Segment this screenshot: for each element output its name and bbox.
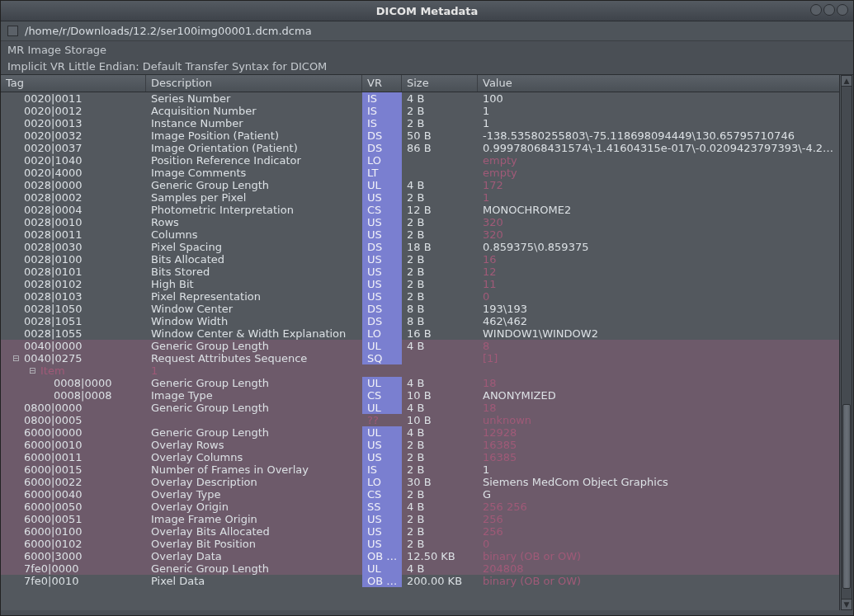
cell-description: High Bit bbox=[146, 278, 362, 290]
col-description[interactable]: Description bbox=[146, 75, 362, 92]
tag-text: 0020|0037 bbox=[24, 142, 83, 154]
cell-size bbox=[402, 167, 478, 179]
table-row[interactable]: 0028|0002Samples per PixelUS2 B1 bbox=[1, 191, 839, 204]
tag-text: 0800|0005 bbox=[24, 414, 83, 426]
table-row[interactable]: 7fe0|0010Pixel DataOB o…200.00 KBbinary … bbox=[1, 575, 839, 587]
cell-value: 16 bbox=[478, 253, 839, 266]
cell-vr: SS bbox=[362, 501, 402, 513]
scroll-down-icon[interactable]: ▼ bbox=[841, 599, 852, 610]
table-row[interactable]: 0028|0004Photometric InterpretationCS12 … bbox=[1, 204, 839, 216]
table-row[interactable]: 0020|0013Instance NumberIS2 B1 bbox=[1, 117, 839, 129]
table-row[interactable]: 0020|0012Acquisition NumberIS2 B1 bbox=[1, 105, 839, 117]
vertical-scrollbar[interactable]: ▲ ▼ bbox=[839, 75, 853, 610]
tag-text: 0028|1055 bbox=[24, 327, 83, 340]
table-row[interactable]: 0028|1051Window WidthDS8 B462\462 bbox=[1, 315, 839, 327]
maximize-button[interactable] bbox=[823, 4, 835, 16]
cell-tag: 0028|0101 bbox=[1, 266, 146, 278]
tag-text: 6000|0010 bbox=[24, 439, 83, 451]
path-bar: /home/r/Downloads/12.2/ser100img00001.dc… bbox=[1, 21, 853, 41]
table-row[interactable]: 6000|0040Overlay TypeCS2 BG bbox=[1, 488, 839, 501]
tag-text: 0028|0004 bbox=[24, 204, 83, 216]
table-row[interactable]: 0020|4000Image CommentsLTempty bbox=[1, 167, 839, 179]
table-row[interactable]: 0800|0000Generic Group LengthUL4 B18 bbox=[1, 402, 839, 414]
path-checkbox[interactable] bbox=[7, 26, 18, 36]
cell-size: 2 B bbox=[402, 216, 478, 228]
collapse-icon[interactable]: ⊟ bbox=[29, 364, 37, 377]
table-row[interactable]: 6000|0102Overlay Bit PositionUS2 B0 bbox=[1, 538, 839, 550]
table-row[interactable]: 0020|0037Image Orientation (Patient)DS86… bbox=[1, 142, 839, 154]
table-row[interactable]: 0020|0032Image Position (Patient)DS50 B-… bbox=[1, 129, 839, 142]
tag-text: 6000|0051 bbox=[24, 513, 83, 525]
table-row[interactable]: 0020|1040Position Reference IndicatorLOe… bbox=[1, 154, 839, 167]
table-row[interactable]: 6000|3000Overlay DataOB o…12.50 KBbinary… bbox=[1, 550, 839, 562]
scroll-up-icon[interactable]: ▲ bbox=[841, 75, 852, 87]
resize-grip[interactable] bbox=[1, 610, 853, 615]
cell-description: Series Number bbox=[146, 92, 362, 105]
table-row[interactable]: 0028|1055Window Center & Width Explanati… bbox=[1, 327, 839, 340]
table-row[interactable]: 0028|0011ColumnsUS2 B320 bbox=[1, 228, 839, 241]
table-row[interactable]: ⊟Item1 bbox=[1, 364, 839, 377]
col-size[interactable]: Size bbox=[402, 75, 478, 92]
cell-vr: LO bbox=[362, 327, 402, 340]
cell-size: 2 B bbox=[402, 463, 478, 476]
cell-value: 18 bbox=[478, 402, 839, 414]
scroll-track[interactable] bbox=[841, 87, 852, 599]
window-title: DICOM Metadata bbox=[376, 5, 479, 17]
table-row[interactable]: 0028|0030Pixel SpacingDS18 B0.859375\0.8… bbox=[1, 241, 839, 253]
cell-value bbox=[478, 364, 839, 377]
cell-tag: 0020|0013 bbox=[1, 117, 146, 129]
table-row[interactable]: 0028|1050Window CenterDS8 B193\193 bbox=[1, 303, 839, 315]
table-row[interactable]: 6000|0000Generic Group LengthUL4 B12928 bbox=[1, 426, 839, 439]
cell-vr: US bbox=[362, 538, 402, 550]
cell-description: Image Frame Origin bbox=[146, 513, 362, 525]
cell-vr: DS bbox=[362, 129, 402, 142]
tag-text: 0020|4000 bbox=[24, 167, 83, 179]
cell-description: Photometric Interpretation bbox=[146, 204, 362, 216]
scroll-thumb[interactable] bbox=[842, 404, 851, 589]
cell-size: 2 B bbox=[402, 117, 478, 129]
table-row[interactable]: 0028|0101Bits StoredUS2 B12 bbox=[1, 266, 839, 278]
table-row[interactable]: 0028|0103Pixel RepresentationUS2 B0 bbox=[1, 290, 839, 303]
table-row[interactable]: 0800|0005??10 Bunknown bbox=[1, 414, 839, 426]
cell-value: 0 bbox=[478, 538, 839, 550]
table-row[interactable]: 6000|0022Overlay DescriptionLO30 BSiemen… bbox=[1, 476, 839, 488]
table-row[interactable]: 6000|0100Overlay Bits AllocatedUS2 B256 bbox=[1, 525, 839, 538]
col-tag[interactable]: Tag bbox=[1, 75, 146, 92]
tag-text: 6000|0011 bbox=[24, 451, 83, 463]
table-row[interactable]: 0008|0008Image TypeCS10 BANONYMIZED bbox=[1, 389, 839, 402]
collapse-icon[interactable]: ⊟ bbox=[12, 352, 21, 364]
cell-value: G bbox=[478, 488, 839, 501]
cell-size: 2 B bbox=[402, 266, 478, 278]
cell-size: 12 B bbox=[402, 204, 478, 216]
cell-size: 16 B bbox=[402, 327, 478, 340]
table-row[interactable]: 7fe0|0000Generic Group LengthUL4 B204808 bbox=[1, 562, 839, 575]
table-row[interactable]: 6000|0010Overlay RowsUS2 B16385 bbox=[1, 439, 839, 451]
table-row[interactable]: 0028|0102High BitUS2 B11 bbox=[1, 278, 839, 290]
table-row[interactable]: 0028|0100Bits AllocatedUS2 B16 bbox=[1, 253, 839, 266]
cell-size: 10 B bbox=[402, 389, 478, 402]
minimize-button[interactable] bbox=[810, 4, 822, 16]
table-row[interactable]: 0028|0010RowsUS2 B320 bbox=[1, 216, 839, 228]
table-row[interactable]: 0028|0000Generic Group LengthUL4 B172 bbox=[1, 179, 839, 191]
cell-value: 12928 bbox=[478, 426, 839, 439]
table-row[interactable]: ⊟0040|0275Request Attributes SequenceSQ … bbox=[1, 352, 839, 364]
table-row[interactable]: 6000|0051Image Frame OriginUS2 B256 bbox=[1, 513, 839, 525]
table-row[interactable]: 0020|0011Series NumberIS4 B100 bbox=[1, 92, 839, 105]
cell-vr: UL bbox=[362, 377, 402, 389]
table-row[interactable]: 6000|0050Overlay OriginSS4 B256 256 bbox=[1, 501, 839, 513]
close-button[interactable] bbox=[837, 4, 848, 16]
cell-value: 8 bbox=[478, 340, 839, 352]
cell-vr: CS bbox=[362, 389, 402, 402]
cell-tag: 6000|0011 bbox=[1, 451, 146, 463]
tag-text: 0020|0013 bbox=[24, 117, 83, 129]
cell-value: 18 bbox=[478, 377, 839, 389]
table-row[interactable]: 0008|0000Generic Group LengthUL4 B18 bbox=[1, 377, 839, 389]
tag-text: 6000|0102 bbox=[24, 538, 83, 550]
cell-tag: 0028|0000 bbox=[1, 179, 146, 191]
col-value[interactable]: Value bbox=[478, 75, 839, 92]
table-row[interactable]: 6000|0015Number of Frames in OverlayIS2 … bbox=[1, 463, 839, 476]
table-row[interactable]: 0040|0000Generic Group LengthUL4 B8 bbox=[1, 340, 839, 352]
cell-size: 50 B bbox=[402, 129, 478, 142]
col-vr[interactable]: VR bbox=[362, 75, 402, 92]
table-row[interactable]: 6000|0011Overlay ColumnsUS2 B16385 bbox=[1, 451, 839, 463]
